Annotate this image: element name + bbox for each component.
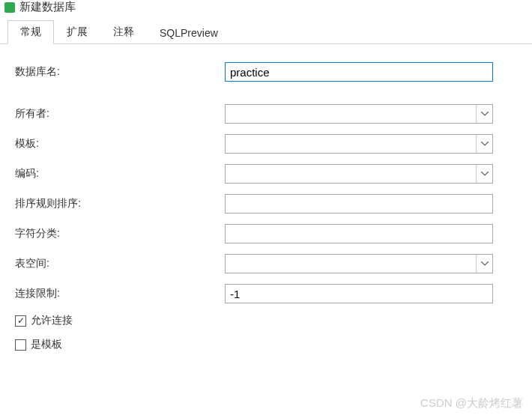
label-owner: 所有者:: [15, 107, 225, 121]
label-ctype: 字符分类:: [15, 227, 225, 240]
select-encoding[interactable]: [225, 164, 493, 184]
row-connlimit: 连接限制:: [15, 284, 517, 303]
label-allowconn: 允许连接: [31, 314, 73, 327]
database-icon: [4, 2, 15, 13]
watermark: CSDN @大龄烤红薯: [420, 396, 523, 411]
checkbox-allowconn-box: [15, 315, 26, 327]
row-owner: 所有者:: [15, 104, 517, 124]
chevron-down-icon: [476, 105, 492, 123]
label-connlimit: 连接限制:: [15, 287, 225, 300]
checkbox-istemplate-box: [15, 339, 26, 351]
tab-comment[interactable]: 注释: [100, 20, 147, 43]
window-title-bar: 新建数据库: [0, 0, 532, 20]
chevron-down-icon: [476, 135, 492, 153]
input-collation[interactable]: [225, 194, 493, 213]
window-title: 新建数据库: [19, 0, 76, 14]
select-template[interactable]: [225, 134, 493, 154]
input-ctype[interactable]: [225, 224, 493, 243]
label-encoding: 编码:: [15, 167, 225, 181]
tab-extension[interactable]: 扩展: [54, 20, 100, 43]
row-encoding: 编码:: [15, 164, 517, 184]
label-collation: 排序规则排序:: [15, 197, 225, 210]
row-ctype: 字符分类:: [15, 224, 517, 243]
select-tablespace[interactable]: [225, 254, 493, 273]
label-tablespace: 表空间:: [15, 257, 225, 270]
select-owner[interactable]: [225, 104, 493, 124]
tab-bar: 常规 扩展 注释 SQLPreview: [0, 20, 532, 44]
chevron-down-icon: [476, 255, 492, 273]
row-dbname: 数据库名:: [15, 62, 517, 82]
tab-general[interactable]: 常规: [7, 20, 54, 44]
checkbox-istemplate[interactable]: 是模板: [15, 338, 517, 351]
checkbox-allowconn[interactable]: 允许连接: [15, 314, 517, 327]
label-istemplate: 是模板: [31, 338, 62, 351]
chevron-down-icon: [476, 165, 492, 183]
form-general: 数据库名: 所有者: 模板: 编码: 排序规则排序:: [0, 44, 532, 369]
label-template: 模板:: [15, 137, 225, 151]
label-dbname: 数据库名:: [15, 65, 225, 79]
input-connlimit[interactable]: [225, 284, 493, 303]
input-dbname[interactable]: [225, 62, 493, 82]
row-tablespace: 表空间:: [15, 254, 517, 273]
tab-sqlpreview[interactable]: SQLPreview: [147, 22, 231, 43]
row-template: 模板:: [15, 134, 517, 154]
row-collation: 排序规则排序:: [15, 194, 517, 213]
